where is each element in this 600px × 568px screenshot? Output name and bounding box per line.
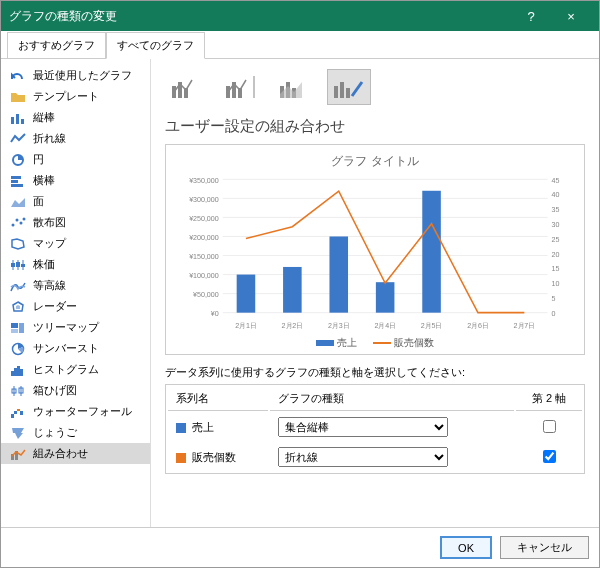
main-panel: ユーザー設定の組み合わせ グラフ タイトル ¥0¥50,000¥100,000¥… [151,59,599,527]
sidebar-icon [9,384,27,398]
chart-preview: グラフ タイトル ¥0¥50,000¥100,000¥150,000¥200,0… [165,144,585,355]
sidebar-item-label: ヒストグラム [33,362,99,377]
svg-rect-48 [340,82,344,98]
svg-rect-79 [329,236,348,312]
cancel-button[interactable]: キャンセル [500,536,589,559]
sidebar-item-14[interactable]: ヒストグラム [1,359,150,380]
svg-rect-33 [17,409,20,411]
svg-text:2月3日: 2月3日 [328,320,350,329]
combo-subtype-custom[interactable] [327,69,371,105]
svg-rect-32 [14,411,17,414]
svg-text:2月5日: 2月5日 [421,320,443,329]
col-secondary-axis: 第 2 軸 [516,387,582,411]
sidebar-item-label: 面 [33,194,44,209]
tab-all[interactable]: すべてのグラフ [106,32,205,59]
sidebar-item-2[interactable]: 縦棒 [1,107,150,128]
chart-category-sidebar: 最近使用したグラフテンプレート縦棒折れ線円横棒面散布図マップ株価等高線レーダーツ… [1,59,151,527]
series-name-cell: 売上 [168,413,268,441]
svg-rect-6 [11,184,23,187]
sidebar-item-1[interactable]: テンプレート [1,86,150,107]
sidebar-icon [9,405,27,419]
sidebar-item-7[interactable]: 散布図 [1,212,150,233]
svg-rect-80 [376,282,395,312]
svg-rect-1 [16,114,19,124]
series-type-select[interactable]: 集合縦棒折れ線 [278,417,448,437]
svg-marker-18 [16,305,20,309]
svg-rect-34 [20,411,23,415]
sidebar-item-18[interactable]: 組み合わせ [1,443,150,464]
sidebar-icon [9,90,27,104]
svg-point-7 [12,223,15,226]
sidebar-item-label: じょうご [33,425,77,440]
svg-rect-49 [346,88,350,98]
svg-text:¥300,000: ¥300,000 [189,194,219,203]
svg-text:10: 10 [552,279,560,288]
svg-rect-0 [11,117,14,124]
titlebar: グラフの種類の変更 ? × [1,1,599,31]
series-row: 販売個数集合縦棒折れ線 [168,443,582,471]
svg-rect-25 [17,366,20,376]
col-series-name: 系列名 [168,387,268,411]
sidebar-item-label: 組み合わせ [33,446,88,461]
svg-text:¥50,000: ¥50,000 [193,290,219,299]
sidebar-item-0[interactable]: 最近使用したグラフ [1,65,150,86]
svg-rect-4 [11,176,21,179]
series-row: 売上集合縦棒折れ線 [168,413,582,441]
series-type-select[interactable]: 集合縦棒折れ線 [278,447,448,467]
sidebar-item-4[interactable]: 円 [1,149,150,170]
svg-text:¥0: ¥0 [211,309,219,318]
sidebar-item-11[interactable]: レーダー [1,296,150,317]
svg-rect-23 [11,371,14,376]
sidebar-item-17[interactable]: じょうご [1,422,150,443]
sidebar-icon [9,111,27,125]
svg-rect-31 [11,414,14,418]
sidebar-item-15[interactable]: 箱ひげ図 [1,380,150,401]
sidebar-item-10[interactable]: 等高線 [1,275,150,296]
sidebar-item-label: テンプレート [33,89,99,104]
change-chart-type-dialog: グラフの種類の変更 ? × おすすめグラフ すべてのグラフ 最近使用したグラフテ… [0,0,600,568]
sidebar-item-label: 散布図 [33,215,66,230]
close-button[interactable]: × [551,1,591,31]
secondary-axis-checkbox[interactable] [543,450,556,463]
sidebar-item-16[interactable]: ウォーターフォール [1,401,150,422]
sidebar-item-label: 株価 [33,257,55,272]
sidebar-item-8[interactable]: マップ [1,233,150,254]
svg-rect-78 [283,267,302,313]
svg-rect-20 [19,323,24,333]
combo-subtype-1[interactable] [165,69,209,105]
sidebar-icon [9,216,27,230]
series-prompt: データ系列に使用するグラフの種類と軸を選択してください: [165,365,585,380]
ok-button[interactable]: OK [440,536,492,559]
svg-line-50 [352,82,362,96]
sidebar-item-3[interactable]: 折れ線 [1,128,150,149]
svg-text:0: 0 [552,309,556,318]
section-title: ユーザー設定の組み合わせ [165,117,585,136]
svg-text:¥350,000: ¥350,000 [189,175,219,184]
series-name-cell: 販売個数 [168,443,268,471]
sidebar-icon [9,363,27,377]
svg-text:2月1日: 2月1日 [235,320,257,329]
tab-bar: おすすめグラフ すべてのグラフ [1,31,599,59]
secondary-axis-checkbox[interactable] [543,420,556,433]
sidebar-item-12[interactable]: ツリーマップ [1,317,150,338]
sidebar-item-6[interactable]: 面 [1,191,150,212]
svg-rect-81 [422,191,441,313]
combo-subtype-3[interactable] [273,69,317,105]
tab-recommended[interactable]: おすすめグラフ [7,32,106,58]
sidebar-item-label: 縦棒 [33,110,55,125]
combo-subtype-2[interactable] [219,69,263,105]
svg-text:¥200,000: ¥200,000 [189,233,219,242]
svg-text:20: 20 [552,249,560,258]
svg-rect-77 [237,275,256,313]
help-button[interactable]: ? [511,1,551,31]
svg-text:40: 40 [552,190,560,199]
sidebar-item-9[interactable]: 株価 [1,254,150,275]
sidebar-icon [9,174,27,188]
svg-text:2月2日: 2月2日 [282,320,304,329]
combo-subtype-row [165,69,585,105]
sidebar-item-label: ウォーターフォール [33,404,132,419]
sidebar-item-13[interactable]: サンバースト [1,338,150,359]
sidebar-item-5[interactable]: 横棒 [1,170,150,191]
svg-rect-5 [11,180,18,183]
sidebar-item-label: 横棒 [33,173,55,188]
